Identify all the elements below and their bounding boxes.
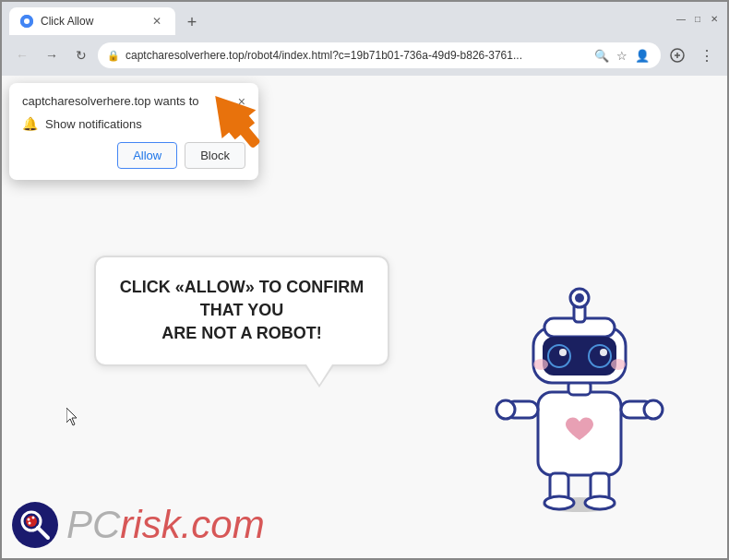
pcrisk-risk: risk.com bbox=[120, 503, 264, 546]
address-icons: 🔍 ☆ 👤 bbox=[592, 47, 651, 65]
extensions-icon[interactable] bbox=[664, 42, 690, 68]
svg-point-35 bbox=[29, 522, 31, 525]
svg-point-31 bbox=[26, 516, 37, 527]
svg-point-27 bbox=[611, 359, 626, 370]
svg-point-34 bbox=[32, 517, 35, 519]
forward-button[interactable]: → bbox=[39, 42, 65, 68]
svg-point-22 bbox=[548, 345, 570, 367]
svg-point-23 bbox=[589, 345, 611, 367]
svg-point-10 bbox=[644, 400, 663, 419]
svg-marker-28 bbox=[66, 408, 77, 425]
allow-button[interactable]: Allow bbox=[117, 142, 177, 169]
mouse-cursor bbox=[66, 408, 81, 430]
svg-point-25 bbox=[600, 349, 607, 356]
bubble-text: CLICK «ALLOW» TO CONFIRM THAT YOU ARE NO… bbox=[118, 276, 365, 346]
robot-illustration bbox=[487, 272, 672, 503]
svg-point-14 bbox=[585, 496, 615, 509]
svg-point-1 bbox=[24, 18, 30, 24]
svg-point-26 bbox=[533, 359, 548, 370]
svg-point-24 bbox=[559, 349, 567, 356]
window-controls: — □ ✕ bbox=[675, 13, 720, 24]
active-tab[interactable]: Click Allow ✕ bbox=[9, 7, 175, 35]
new-tab-button[interactable]: + bbox=[179, 9, 205, 35]
bubble-line2: ARE NOT A ROBOT! bbox=[161, 324, 322, 342]
bubble-line1: CLICK «ALLOW» TO CONFIRM THAT YOU bbox=[120, 278, 364, 319]
page-content: captcharesolverhere.top wants to × 🔔 Sho… bbox=[2, 76, 727, 558]
close-button[interactable]: ✕ bbox=[709, 13, 720, 24]
address-text: captcharesolverhere.top/robot4/index.htm… bbox=[125, 49, 587, 62]
minimize-button[interactable]: — bbox=[675, 13, 687, 24]
bell-icon: 🔔 bbox=[22, 116, 38, 131]
browser-window: Click Allow ✕ + — □ ✕ ← → ↻ 🔒 captchares… bbox=[0, 0, 729, 560]
tab-close-button[interactable]: ✕ bbox=[149, 14, 164, 29]
toolbar: ← → ↻ 🔒 captcharesolverhere.top/robot4/i… bbox=[2, 35, 727, 76]
svg-point-13 bbox=[544, 496, 574, 509]
tab-bar: Click Allow ✕ + bbox=[9, 2, 664, 35]
bookmark-icon[interactable]: ☆ bbox=[615, 47, 629, 65]
speech-bubble: CLICK «ALLOW» TO CONFIRM THAT YOU ARE NO… bbox=[94, 256, 389, 366]
orange-arrow bbox=[205, 80, 279, 167]
search-icon[interactable]: 🔍 bbox=[592, 47, 611, 65]
tab-title: Click Allow bbox=[41, 15, 142, 28]
pcrisk-logo: PCrisk.com bbox=[11, 501, 265, 549]
svg-point-9 bbox=[496, 400, 515, 419]
pcrisk-badge bbox=[11, 501, 59, 549]
maximize-button[interactable]: □ bbox=[692, 13, 703, 24]
tab-favicon bbox=[20, 15, 33, 28]
refresh-button[interactable]: ↻ bbox=[68, 42, 94, 68]
pcrisk-text: PCrisk.com bbox=[66, 503, 265, 547]
account-icon[interactable]: 👤 bbox=[633, 47, 651, 65]
title-bar: Click Allow ✕ + — □ ✕ bbox=[2, 2, 727, 35]
address-bar[interactable]: 🔒 captcharesolverhere.top/robot4/index.h… bbox=[98, 42, 661, 68]
svg-point-20 bbox=[575, 293, 584, 303]
menu-button[interactable]: ⋮ bbox=[694, 42, 720, 68]
back-button[interactable]: ← bbox=[9, 42, 35, 68]
lock-icon: 🔒 bbox=[107, 50, 120, 62]
notification-label: Show notifications bbox=[45, 117, 142, 131]
pcrisk-pc: PC bbox=[66, 503, 120, 546]
svg-point-33 bbox=[28, 518, 30, 521]
